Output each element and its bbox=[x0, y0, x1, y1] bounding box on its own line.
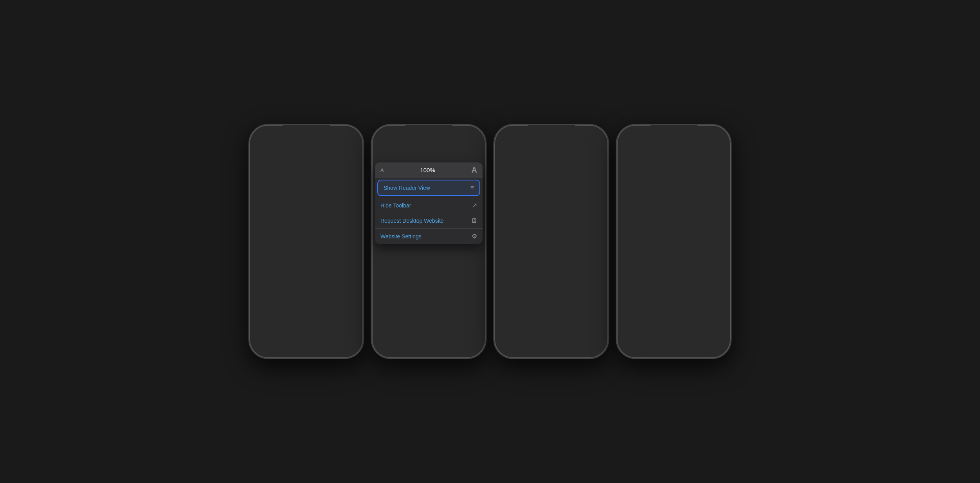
nav-tab-guides[interactable]: Guides ∨ bbox=[252, 160, 277, 168]
font-athelas-label: Athelas bbox=[622, 214, 725, 222]
status-icons-4 bbox=[696, 132, 723, 137]
color-black-selected[interactable] bbox=[666, 195, 678, 207]
pinterest-icon-1[interactable]: P bbox=[320, 273, 330, 282]
font-increase-2[interactable]: A bbox=[472, 166, 477, 175]
font-small-4[interactable]: A bbox=[622, 164, 674, 170]
nav-tabs-more[interactable]: › bbox=[354, 161, 356, 167]
bottom-toolbar-1: ‹ › ⬆ 📖 ⧉ bbox=[249, 309, 364, 324]
facebook-icon-1[interactable]: f bbox=[297, 273, 306, 282]
font-new-york[interactable]: New York bbox=[616, 272, 731, 287]
url-bar-2[interactable]: 🔒 9to5mac.com bbox=[393, 145, 474, 155]
nav-tab-iphone[interactable]: iPhone ∨ bbox=[301, 160, 326, 168]
article-author-1: Chance Miller · Oct. 18th 2019 7:53 am P… bbox=[254, 207, 358, 216]
font-iowan-label: Iowan bbox=[622, 260, 725, 267]
svg-rect-15 bbox=[576, 134, 577, 137]
forward-button-3[interactable]: › bbox=[522, 318, 525, 327]
website-settings-label: Website Settings bbox=[380, 233, 472, 240]
font-iowan[interactable]: Iowan bbox=[616, 256, 731, 272]
bottom-toolbar-2: ‹ › ⬆ 📖 ⧉ bbox=[371, 245, 486, 260]
bookmark-button-2[interactable]: 📖 bbox=[445, 249, 454, 258]
aa-button-1[interactable]: aA bbox=[252, 143, 267, 158]
reader-body-3: Listen to a recap of the top stories of … bbox=[500, 272, 603, 309]
wifi-icon-1 bbox=[337, 132, 343, 137]
forward-button-1[interactable]: › bbox=[277, 312, 280, 321]
url-bar-4[interactable]: 🔒 9to5mac.com bbox=[638, 145, 719, 155]
article-image-brand-1: 9TO5MAC bbox=[290, 237, 322, 244]
color-white[interactable] bbox=[622, 195, 633, 207]
refresh-button-2[interactable]: ↻ bbox=[477, 147, 483, 154]
request-desktop-icon: 🖥 bbox=[471, 217, 477, 224]
aa-button-2[interactable]: aA bbox=[375, 143, 390, 158]
back-button-2[interactable]: ‹ bbox=[380, 249, 383, 258]
font-san-francisco[interactable]: San Francisco ✓ bbox=[616, 302, 731, 319]
website-settings-item[interactable]: Website Settings ⚙ bbox=[375, 229, 483, 244]
color-gray[interactable] bbox=[651, 195, 663, 207]
status-time-4: 11:07 bbox=[625, 132, 640, 138]
nav-tab-mac[interactable]: Mac ∨ bbox=[279, 160, 299, 168]
font-size-row-4: A A bbox=[616, 159, 731, 175]
refresh-button-1[interactable]: ↻ bbox=[355, 147, 360, 154]
nav-icons-1: ⋯ ☀ 🔍 bbox=[357, 160, 364, 168]
refresh-button-4[interactable]: ↻ bbox=[722, 147, 728, 154]
status-time-1: 11:07 bbox=[257, 132, 272, 138]
add-comment-1[interactable]: Add Your Comment bbox=[254, 274, 294, 281]
hide-toolbar-item[interactable]: Hide Toolbar ↗ bbox=[375, 198, 483, 213]
url-bar-1[interactable]: 🔒 9to5mac.com bbox=[270, 145, 352, 155]
tabs-button-3[interactable]: ⧉ bbox=[594, 318, 600, 327]
article-date-1: TODAY bbox=[254, 173, 358, 177]
bookmark-button-1[interactable]: 📖 bbox=[322, 312, 332, 322]
show-reader-view-item[interactable]: Show Reader View ≡ bbox=[378, 180, 479, 195]
reader-link-rss[interactable]: dedicated RSS feed bbox=[500, 295, 596, 308]
nav-tab-watch[interactable]: Watch ∨ bbox=[328, 160, 352, 168]
font-size-row-2: A 100% A bbox=[375, 162, 483, 178]
twitter-icon-1[interactable]: 𝕏 bbox=[308, 273, 318, 282]
back-button-3[interactable]: ‹ bbox=[503, 318, 505, 327]
font-georgia[interactable]: Georgia bbox=[616, 241, 731, 256]
tabs-button-1[interactable]: ⧉ bbox=[349, 312, 355, 321]
svg-rect-0 bbox=[329, 135, 330, 137]
reddit-icon-1[interactable]: R bbox=[344, 273, 353, 282]
svg-rect-16 bbox=[577, 133, 578, 137]
status-bar-3: 11:07 bbox=[494, 124, 609, 141]
forward-button-2[interactable]: › bbox=[400, 249, 403, 258]
font-large-4[interactable]: A bbox=[674, 162, 726, 171]
font-palatino[interactable]: Palatino bbox=[616, 287, 731, 302]
tabs-button-2[interactable]: ⧉ bbox=[472, 249, 477, 258]
phone-4: 11:07 aA 🔒 9to5mac.com bbox=[616, 124, 731, 359]
hide-reader-view-item[interactable]: Hide Reader View ✕ bbox=[619, 177, 728, 191]
bookmark-button-3[interactable]: 📖 bbox=[567, 318, 577, 328]
back-button-1[interactable]: ‹ bbox=[258, 312, 260, 321]
refresh-button-3[interactable]: ↻ bbox=[600, 147, 605, 154]
font-athelas[interactable]: Athelas bbox=[616, 211, 731, 226]
reader-link-itunes[interactable]: on iTunes and Apple's Podcasts app bbox=[500, 280, 592, 293]
request-desktop-item[interactable]: Request Desktop Website 🖥 bbox=[375, 213, 483, 229]
font-seravek-label: Seravek bbox=[622, 323, 725, 330]
phone-2: 11:07 aA 🔒 9to5mac.com bbox=[371, 124, 486, 359]
nav-tabs-1: Guides ∨ Mac ∨ iPhone ∨ Watch ∨ › ⋯ ☀ 🔍 bbox=[249, 159, 364, 169]
svg-rect-27 bbox=[713, 133, 721, 136]
url-bar-3[interactable]: 🔒 9to5mac.com bbox=[515, 145, 597, 155]
hide-toolbar-icon: ↗ bbox=[472, 202, 477, 209]
font-seravek[interactable]: Seravek bbox=[616, 319, 731, 334]
battery-icon-3 bbox=[590, 132, 600, 137]
share-button-3[interactable]: ⬆ bbox=[543, 318, 549, 328]
share-button-1[interactable]: ⬆ bbox=[298, 312, 304, 322]
url-text-4: 9to5mac.com bbox=[649, 148, 677, 153]
svg-rect-21 bbox=[696, 135, 697, 137]
aa-button-4[interactable]: aA bbox=[620, 143, 635, 158]
article-link-1[interactable]: on iTunes and Apple's Po… bbox=[254, 293, 351, 304]
status-bar-2: 11:07 bbox=[371, 124, 486, 141]
status-icons-2 bbox=[451, 132, 478, 137]
share-button-2[interactable]: ⬆ bbox=[420, 249, 427, 258]
font-charter[interactable]: Charter bbox=[616, 226, 731, 241]
font-picker-panel: A A Hide Reader View ✕ bbox=[616, 159, 731, 334]
color-cream[interactable] bbox=[636, 195, 648, 207]
more-dots-icon[interactable]: ⋯ bbox=[357, 160, 364, 168]
font-palatino-label: Palatino bbox=[622, 291, 725, 298]
browser-bar-4: aA 🔒 9to5mac.com ↻ bbox=[616, 141, 731, 159]
aa-button-3[interactable]: aA bbox=[497, 143, 512, 158]
linkedin-icon-1[interactable]: in bbox=[332, 273, 341, 282]
font-decrease-2[interactable]: A bbox=[380, 167, 384, 173]
svg-rect-20 bbox=[591, 133, 598, 136]
reader-link-play[interactable]: Google Play bbox=[517, 295, 542, 300]
